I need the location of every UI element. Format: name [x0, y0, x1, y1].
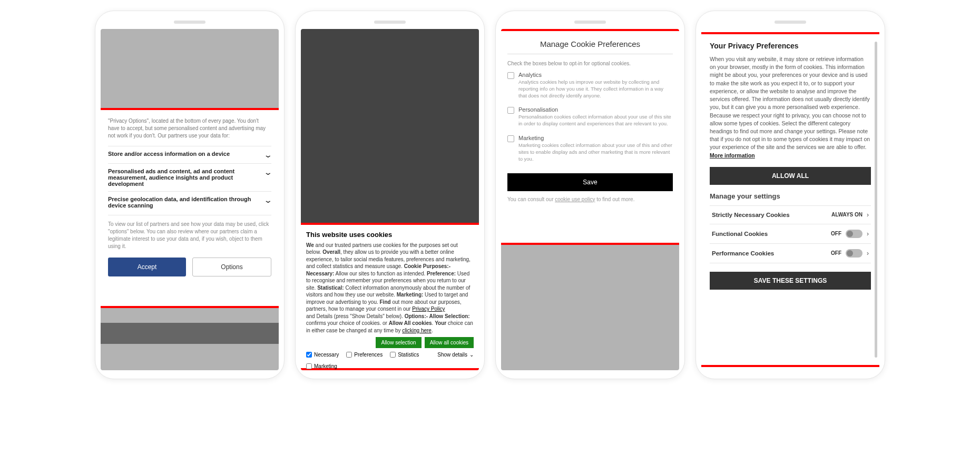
phone-screen: Manage Cookie Preferences Check the boxe…	[501, 29, 679, 370]
allow-all-cookies-button[interactable]: Allow all cookies	[425, 337, 474, 348]
phone-speaker	[374, 21, 406, 24]
consent-intro-text: "Privacy Options", located at the bottom…	[108, 117, 271, 140]
functional-cookies-row[interactable]: Functional Cookies OFF ›	[710, 224, 871, 243]
row-label: Strictly Necessary Cookies	[712, 212, 790, 218]
dialog-title: This website uses cookies	[306, 230, 474, 240]
chevron-down-icon: ⌄	[263, 196, 273, 204]
show-details-toggle[interactable]: Show details ⌄	[437, 351, 474, 359]
manage-settings-heading: Manage your settings	[710, 192, 871, 200]
chevron-right-icon: ›	[867, 230, 869, 238]
chevron-down-icon: ⌄	[469, 351, 474, 359]
analytics-option[interactable]: Analytics Analytics cookies help us impr…	[507, 72, 673, 99]
scrollbar[interactable]	[875, 42, 877, 358]
dialog-title: Manage Cookie Preferences	[507, 39, 673, 54]
option-description: Marketing cookies collect information ab…	[518, 142, 673, 162]
privacy-policy-link[interactable]: Privacy Policy	[412, 306, 445, 312]
marketing-option[interactable]: Marketing Marketing cookies collect info…	[507, 135, 673, 162]
consent-dialog-2: This website uses cookies We and our tru…	[301, 223, 479, 370]
dialog-footer: You can consult our cookie use policy to…	[507, 196, 673, 202]
chevron-down-icon: ⌄	[263, 151, 273, 159]
consent-category-label: Personalised ads and content, ad and con…	[108, 168, 265, 187]
dialog-title: Your Privacy Preferences	[710, 42, 871, 50]
save-settings-button[interactable]: SAVE THESE SETTINGS	[710, 272, 871, 290]
personalisation-option[interactable]: Personalisation Personalisation cookies …	[507, 106, 673, 127]
dialog-body-text: We and our trusted partners use cookies …	[306, 242, 474, 334]
row-state: OFF	[831, 250, 841, 256]
cookie-policy-link[interactable]: cookie use policy	[555, 196, 595, 202]
phone-screen: Your Privacy Preferences When you visit …	[701, 29, 879, 370]
phone-mockup-1: "Privacy Options", located at the bottom…	[95, 11, 285, 379]
performance-cookies-row[interactable]: Performance Cookies OFF ›	[710, 243, 871, 263]
background-bar	[101, 323, 279, 344]
option-title: Analytics	[518, 72, 673, 78]
row-state: ALWAYS ON	[831, 212, 863, 217]
option-title: Personalisation	[518, 106, 673, 113]
clicking-here-link[interactable]: clicking here	[402, 328, 432, 333]
consent-footer-text: To view our list of partners and see how…	[108, 215, 271, 250]
checkbox-icon[interactable]	[507, 72, 514, 79]
toggle-switch[interactable]	[846, 230, 863, 238]
preferences-checkbox[interactable]: Preferences	[346, 351, 383, 359]
consent-dialog-3: Manage Cookie Preferences Check the boxe…	[501, 29, 679, 245]
consent-category-row[interactable]: Personalised ads and content, ad and con…	[108, 163, 271, 191]
option-title: Marketing	[518, 135, 673, 141]
phone-mockup-4: Your Privacy Preferences When you visit …	[695, 11, 885, 379]
more-information-link[interactable]: More information	[710, 152, 755, 159]
phone-speaker	[775, 21, 806, 24]
consent-dialog-1: "Privacy Options", located at the bottom…	[101, 108, 279, 308]
allow-all-button[interactable]: ALLOW ALL	[710, 167, 871, 185]
statistics-checkbox[interactable]: Statistics	[390, 351, 419, 359]
options-button[interactable]: Options	[192, 258, 271, 276]
cookie-category-checkboxes: Necessary Preferences Statistics Show de…	[306, 351, 474, 370]
toggle-switch[interactable]	[846, 249, 863, 258]
consent-category-label: Store and/or access information on a dev…	[108, 151, 265, 157]
strictly-necessary-row[interactable]: Strictly Necessary Cookies ALWAYS ON ›	[710, 205, 871, 224]
chevron-right-icon: ›	[867, 211, 869, 219]
consent-dialog-4: Your Privacy Preferences When you visit …	[701, 32, 879, 367]
checkbox-icon[interactable]	[507, 135, 514, 142]
chevron-right-icon: ›	[867, 250, 869, 257]
option-description: Analytics cookies help us improve our we…	[518, 79, 673, 99]
consent-category-label: Precise geolocation data, and identifica…	[108, 196, 265, 209]
row-label: Performance Cookies	[712, 250, 774, 256]
chevron-down-icon: ⌄	[263, 168, 273, 176]
phone-speaker	[174, 21, 205, 24]
consent-category-row[interactable]: Precise geolocation data, and identifica…	[108, 191, 271, 213]
phone-screen: "Privacy Options", located at the bottom…	[101, 29, 279, 370]
dialog-body-text: When you visit any website, it may store…	[710, 55, 871, 160]
necessary-checkbox[interactable]: Necessary	[306, 351, 339, 359]
dialog-intro: Check the boxes below to opt-in for opti…	[507, 61, 673, 66]
allow-selection-button[interactable]: Allow selection	[376, 337, 421, 348]
consent-category-row[interactable]: Store and/or access information on a dev…	[108, 146, 271, 163]
option-description: Personalisation cookies collect informat…	[518, 114, 673, 127]
marketing-checkbox[interactable]: Marketing	[306, 363, 337, 370]
row-label: Functional Cookies	[712, 231, 768, 237]
phone-speaker	[574, 21, 606, 24]
accept-button[interactable]: Accept	[108, 258, 186, 276]
checkbox-icon[interactable]	[507, 107, 514, 114]
save-button[interactable]: Save	[507, 173, 673, 191]
row-state: OFF	[831, 231, 841, 236]
phone-mockup-2: This website uses cookies We and our tru…	[295, 11, 485, 379]
phone-mockup-3: Manage Cookie Preferences Check the boxe…	[495, 11, 685, 379]
phone-screen: This website uses cookies We and our tru…	[301, 29, 479, 370]
